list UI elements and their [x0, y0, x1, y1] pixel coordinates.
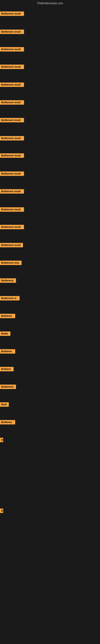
bottleneck-result-item: Bottleneck re [0, 296, 20, 300]
bottleneck-result-item: B [0, 438, 3, 442]
bottleneck-result-item: Bottleneck result [0, 12, 24, 16]
bottleneck-result-item: Bottl [0, 402, 9, 407]
bottleneck-result-item: Bottleneck [0, 278, 16, 283]
bottleneck-result-item: Bottleneck result [0, 118, 24, 122]
bottleneck-result-item: Bottleneck result [0, 30, 24, 34]
bottleneck-result-item: Bottlenec [0, 314, 15, 318]
bottleneck-result-item: Bottlene [0, 367, 14, 371]
bottleneck-result-item: Bottleneck resu [0, 260, 22, 265]
bottleneck-result-item: Bottleneck result [0, 64, 24, 69]
bottleneck-result-item: B [0, 508, 3, 513]
bottleneck-result-item: Bottleneck result [0, 136, 24, 140]
bottleneck-result-item: Bottleneck result [0, 225, 24, 229]
bottleneck-result-item: Bottleneck result [0, 82, 24, 87]
site-title: TheBottlenecker.com [0, 0, 100, 6]
bottleneck-result-item: Bottleneck result [0, 172, 24, 176]
bottleneck-result-item: Bottlenec [0, 420, 15, 424]
bottleneck-result-item: Bottle [0, 332, 10, 336]
bottleneck-result-item: Bottleneck result [0, 189, 24, 194]
bottleneck-result-item: Bottleneck result [0, 47, 24, 52]
bottleneck-result-item: Bottleneck [0, 384, 16, 389]
bottleneck-result-item: Bottleneck result [0, 207, 24, 212]
bottleneck-result-item: Bottleneck result [0, 100, 24, 105]
bottleneck-result-item: Bottleneck result [0, 153, 24, 158]
bottleneck-result-item: Bottleneck result [0, 243, 23, 247]
bottleneck-result-item: Bottlenec [0, 349, 15, 354]
